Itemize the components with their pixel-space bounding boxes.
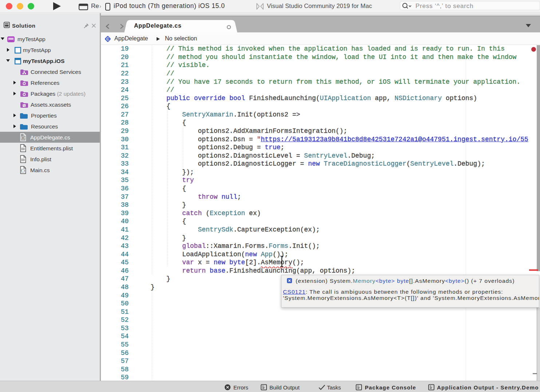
svg-text:C: C bbox=[106, 37, 109, 41]
svg-text:{}: {} bbox=[21, 169, 25, 173]
svg-text:{}: {} bbox=[21, 136, 25, 140]
